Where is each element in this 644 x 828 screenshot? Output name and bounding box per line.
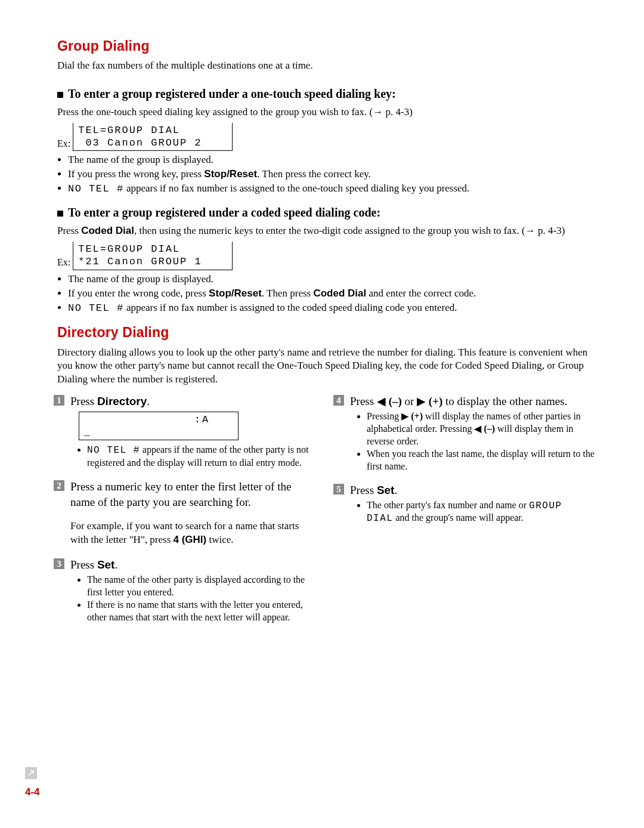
step-5-bullets: The other party's fax number and name or… <box>350 499 595 526</box>
subheading-one-touch: To enter a group registered under a one-… <box>57 86 595 102</box>
subheading-one-touch-text: To enter a group registered under a one-… <box>68 86 396 102</box>
step-5-head: Press Set. <box>350 483 595 498</box>
lcd-display-coded: TEL=GROUP DIAL *21 Canon GROUP 1 <box>73 242 233 270</box>
step-4: 4 Press ◀ (–) or ▶ (+) to display the ot… <box>337 394 595 473</box>
subheading-coded: To enter a group registered under a code… <box>57 205 595 221</box>
step-3-bullets: The name of the other party is displayed… <box>70 574 315 624</box>
left-triangle-icon: ◀ <box>377 395 386 407</box>
right-triangle-icon: ▶ <box>401 411 408 421</box>
one-touch-instruction: Press the one-touch speed dialing key as… <box>57 106 595 119</box>
one-touch-bullet-1: The name of the group is displayed. <box>68 153 595 167</box>
bullet-marker-icon <box>57 211 63 217</box>
step-number-5: 5 <box>333 484 344 495</box>
step-3-bullet-1: The name of the other party is displayed… <box>87 574 315 599</box>
right-triangle-icon: ▶ <box>417 395 426 407</box>
heading-group-dialing: Group Dialing <box>57 37 595 55</box>
step-3: 3 Press Set. The name of the other party… <box>57 557 315 624</box>
step-4-bullet-2: When you reach the last name, the displa… <box>367 448 595 473</box>
side-tab-icon <box>25 767 37 779</box>
step-2: 2 Press a numeric key to enter the first… <box>57 479 315 547</box>
step-2-head: Press a numeric key to enter the first l… <box>70 479 315 509</box>
step-4-head: Press ◀ (–) or ▶ (+) to display the othe… <box>350 394 595 409</box>
one-touch-bullet-3: NO TEL # appears if no fax number is ass… <box>68 182 595 196</box>
subheading-coded-text: To enter a group registered under a code… <box>68 205 380 221</box>
step-number-1: 1 <box>54 395 64 406</box>
step-number-3: 3 <box>54 558 64 569</box>
heading-directory-dialing: Directory Dialing <box>57 323 595 342</box>
example-row-one-touch: Ex: TEL=GROUP DIAL 03 Canon GROUP 2 <box>57 123 595 152</box>
intro-directory: Directory dialing allows you to look up … <box>57 346 595 387</box>
example-row-coded: Ex: TEL=GROUP DIAL *21 Canon GROUP 1 <box>57 242 595 270</box>
step-number-4: 4 <box>333 395 344 406</box>
example-label: Ex: <box>57 137 70 152</box>
arrow-icon: → <box>525 225 535 236</box>
bullet-marker-icon <box>57 92 63 98</box>
coded-instruction: Press Coded Dial, then using the numeric… <box>57 224 595 238</box>
step-3-head: Press Set. <box>70 557 315 573</box>
right-column: 4 Press ◀ (–) or ▶ (+) to display the ot… <box>337 394 595 634</box>
step-number-2: 2 <box>54 480 64 491</box>
one-touch-bullets: The name of the group is displayed. If y… <box>57 153 595 196</box>
left-column: 1 Press Directory. :A _ NO TEL # appears… <box>57 394 315 634</box>
coded-bullet-2: If you enter the wrong code, press Stop/… <box>68 287 595 301</box>
page-content: Group Dialing Dial the fax numbers of th… <box>0 0 644 634</box>
example-label: Ex: <box>57 256 70 270</box>
lcd-display-one-touch: TEL=GROUP DIAL 03 Canon GROUP 2 <box>73 123 233 152</box>
step-3-bullet-2: If there is no name that starts with the… <box>87 599 315 624</box>
left-triangle-icon: ◀ <box>474 424 481 434</box>
step-1: 1 Press Directory. :A _ NO TEL # appears… <box>57 394 315 469</box>
step-1-head: Press Directory. <box>70 394 315 409</box>
step-5: 5 Press Set. The other party's fax numbe… <box>337 483 595 525</box>
coded-bullet-3: NO TEL # appears if no fax number is ass… <box>68 301 595 316</box>
intro-group-dialing: Dial the fax numbers of the multiple des… <box>57 59 595 73</box>
lcd-display-step1: :A _ <box>79 412 239 441</box>
step-4-bullet-1: Pressing ▶ (+) will display the names of… <box>367 410 595 447</box>
step-4-bullets: Pressing ▶ (+) will display the names of… <box>350 410 595 473</box>
step-2-body: For example, if you want to search for a… <box>70 520 315 547</box>
one-touch-bullet-2: If you press the wrong key, press Stop/R… <box>68 168 595 181</box>
steps-columns: 1 Press Directory. :A _ NO TEL # appears… <box>57 394 595 634</box>
step-1-bullet-1: NO TEL # appears if the name of the othe… <box>87 444 315 469</box>
step-5-bullet-1: The other party's fax number and name or… <box>367 499 595 526</box>
coded-bullets: The name of the group is displayed. If y… <box>57 273 595 316</box>
page-number: 4-4 <box>25 786 40 799</box>
arrow-icon: → <box>373 106 383 118</box>
coded-bullet-1: The name of the group is displayed. <box>68 273 595 286</box>
step-1-bullets: NO TEL # appears if the name of the othe… <box>70 444 315 469</box>
